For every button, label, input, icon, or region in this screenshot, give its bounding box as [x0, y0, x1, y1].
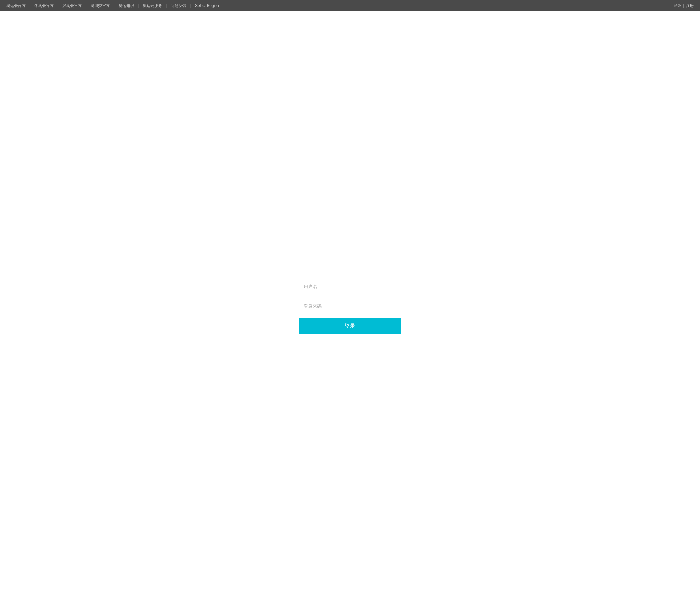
nav-separator-5: ｜ — [136, 3, 140, 8]
main-content: 登录 — [0, 11, 700, 601]
nav-link-winter-olympic[interactable]: 冬奥会官方 — [34, 3, 54, 8]
login-form: 登录 — [299, 279, 401, 334]
nav-link-organizing-committee[interactable]: 奥组委官方 — [91, 3, 110, 8]
nav-separator-2: ｜ — [56, 3, 60, 8]
nav-login-link[interactable]: 登录 — [674, 3, 681, 8]
nav-link-select-region[interactable]: Select Region — [195, 3, 219, 8]
top-navigation: 奥运会官方 ｜ 冬奥会官方 ｜ 残奥会官方 ｜ 奥组委官方 ｜ 奥运知识 ｜ 奥… — [0, 0, 700, 11]
top-nav-left: 奥运会官方 ｜ 冬奥会官方 ｜ 残奥会官方 ｜ 奥组委官方 ｜ 奥运知识 ｜ 奥… — [6, 3, 219, 8]
nav-separator-1: ｜ — [28, 3, 32, 8]
nav-link-paralympic[interactable]: 残奥会官方 — [62, 3, 82, 8]
nav-separator-4: ｜ — [112, 3, 116, 8]
username-input[interactable] — [299, 279, 401, 294]
nav-register-link[interactable]: 注册 — [686, 3, 694, 8]
nav-link-olympic-knowledge[interactable]: 奥运知识 — [119, 3, 134, 8]
nav-separator-7: ｜ — [189, 3, 193, 8]
nav-separator-6: ｜ — [165, 3, 168, 8]
nav-separator-3: ｜ — [84, 3, 88, 8]
password-input[interactable] — [299, 298, 401, 314]
top-nav-right: 登录 | 注册 — [674, 3, 694, 8]
nav-link-cloud-service[interactable]: 奥运云服务 — [143, 3, 162, 8]
nav-link-feedback[interactable]: 问题反馈 — [171, 3, 186, 8]
login-button[interactable]: 登录 — [299, 318, 401, 334]
nav-link-olympic-official[interactable]: 奥运会官方 — [6, 3, 25, 8]
nav-auth-separator: | — [683, 3, 684, 8]
